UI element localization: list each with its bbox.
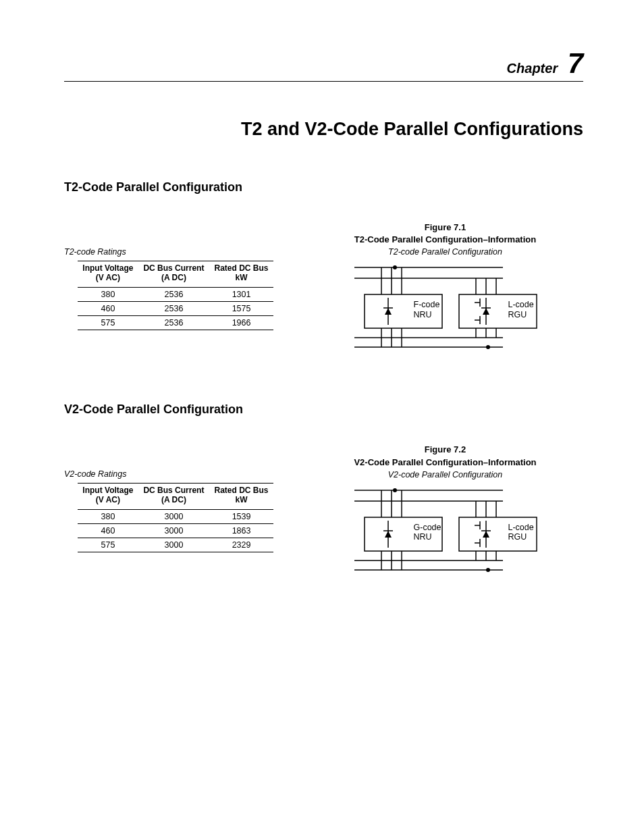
chapter-header: Chapter 7 [64, 47, 583, 82]
label-text: NRU [414, 310, 432, 319]
label-text: F-code [414, 300, 440, 309]
label-text: L-code [508, 523, 534, 532]
th-text: DC Bus Current [143, 263, 204, 273]
label-text: RGU [508, 310, 527, 319]
label-text: NRU [414, 532, 432, 542]
cell: 460 [78, 523, 138, 538]
t2-diagram: F-code NRU L-code RGU [341, 261, 550, 369]
cell: 380 [78, 509, 138, 523]
svg-point-31 [393, 488, 397, 492]
table-row: 46025361575 [78, 301, 273, 315]
cell: 3000 [138, 523, 209, 538]
cell: 2536 [138, 301, 209, 315]
cell: 575 [78, 538, 138, 552]
v2-diagram: G-code NRU L-code RGU [341, 484, 550, 592]
v2-figure-column: Figure 7.2 V2-Code Parallel Configuratio… [307, 444, 583, 591]
th-text: kW [236, 495, 248, 504]
t2-figure-column: Figure 7.1 T2-Code Parallel Configuratio… [307, 221, 583, 369]
th-text: (V AC) [96, 273, 120, 282]
th-text: kW [236, 273, 248, 282]
figure-title: V2-Code Parallel Configuration–Informati… [307, 457, 583, 469]
cell: 1575 [209, 301, 273, 315]
svg-point-59 [486, 568, 490, 572]
box-label-left: F-code NRU [414, 300, 440, 319]
label-text: L-code [508, 300, 534, 309]
figure-title: T2-Code Parallel Configuration–Informati… [307, 234, 583, 246]
table-header: Input Voltage(V AC) [78, 261, 138, 288]
section-heading-t2: T2-Code Parallel Configuration [64, 180, 583, 194]
cell: 3000 [138, 538, 209, 552]
th-text: Input Voltage [82, 486, 133, 495]
section-heading-v2: V2-Code Parallel Configuration [64, 402, 583, 417]
chapter-number: 7 [568, 47, 583, 79]
cell: 1539 [209, 509, 273, 523]
label-text: RGU [508, 532, 527, 542]
figure-number: Figure 7.1 [307, 221, 583, 234]
figure-label: Figure 7.2 V2-Code Parallel Configuratio… [307, 444, 583, 468]
table-header: DC Bus Current(A DC) [138, 484, 209, 510]
cell: 1863 [209, 523, 273, 538]
t2-block: T2-code Ratings Input Voltage(V AC) DC B… [64, 221, 583, 369]
table-header: DC Bus Current(A DC) [138, 261, 209, 288]
v2-ratings-column: V2-code Ratings Input Voltage(V AC) DC B… [64, 444, 280, 591]
cell: 2536 [138, 287, 209, 301]
t2-ratings-caption: T2-code Ratings [64, 247, 280, 257]
page-content: Chapter 7 T2 and V2-Code Parallel Config… [0, 0, 644, 652]
diagram-caption: T2-code Parallel Configuration [307, 247, 583, 257]
th-text: DC Bus Current [143, 486, 204, 495]
chapter-label: Chapter [507, 61, 558, 76]
v2-block: V2-code Ratings Input Voltage(V AC) DC B… [64, 444, 583, 591]
table-header: Input Voltage(V AC) [78, 484, 138, 510]
cell: 2329 [209, 538, 273, 552]
th-text: Input Voltage [82, 263, 133, 273]
figure-number: Figure 7.2 [307, 444, 583, 456]
v2-ratings-caption: V2-code Ratings [64, 469, 280, 479]
th-text: (V AC) [96, 495, 120, 504]
cell: 575 [78, 315, 138, 330]
th-text: (A DC) [161, 495, 186, 504]
box-label-right: L-code RGU [508, 300, 534, 319]
t2-ratings-table: Input Voltage(V AC) DC Bus Current(A DC)… [78, 261, 273, 330]
figure-label: Figure 7.1 T2-Code Parallel Configuratio… [307, 221, 583, 246]
box-label-left: G-code NRU [414, 523, 441, 542]
th-text: Rated DC Bus [215, 486, 269, 495]
box-label-right: L-code RGU [508, 523, 534, 542]
cell: 380 [78, 287, 138, 301]
table-row: 57525361966 [78, 315, 273, 330]
cell: 3000 [138, 509, 209, 523]
label-text: G-code [414, 523, 441, 532]
v2-ratings-table: Input Voltage(V AC) DC Bus Current(A DC)… [78, 483, 273, 552]
cell: 2536 [138, 315, 209, 330]
table-row: 57530002329 [78, 538, 273, 552]
table-header: Rated DC BuskW [209, 484, 273, 510]
cell: 460 [78, 301, 138, 315]
th-text: Rated DC Bus [215, 263, 269, 273]
th-text: (A DC) [161, 273, 186, 282]
table-row: 38030001539 [78, 509, 273, 523]
chapter-title: T2 and V2-Code Parallel Configurations [64, 119, 583, 140]
svg-point-1 [393, 265, 397, 269]
t2-ratings-column: T2-code Ratings Input Voltage(V AC) DC B… [64, 221, 280, 369]
svg-point-29 [486, 345, 490, 349]
table-header: Rated DC BuskW [209, 261, 273, 288]
table-row: 38025361301 [78, 287, 273, 301]
cell: 1966 [209, 315, 273, 330]
cell: 1301 [209, 287, 273, 301]
table-row: 46030001863 [78, 523, 273, 538]
diagram-caption: V2-code Parallel Configuration [307, 470, 583, 479]
